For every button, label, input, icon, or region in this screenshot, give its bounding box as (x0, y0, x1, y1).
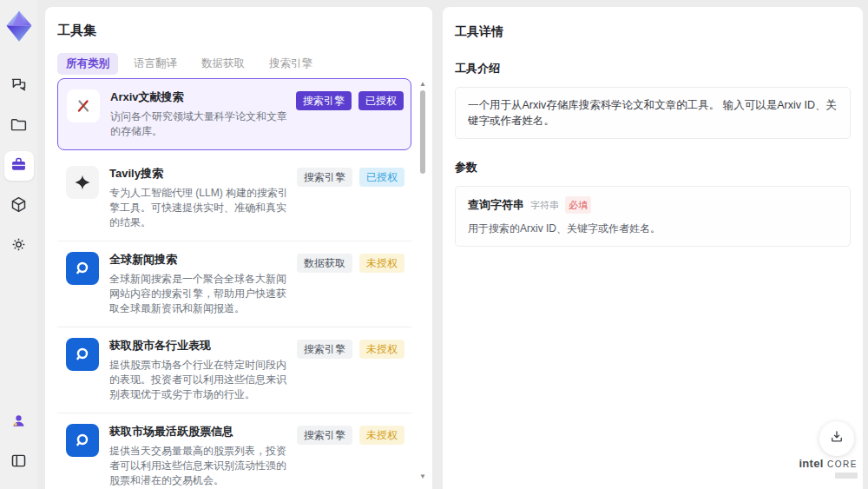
tab-all-categories[interactable]: 所有类别 (57, 53, 118, 75)
news-logo-icon (66, 338, 99, 371)
param-type: 字符串 (530, 197, 559, 213)
download-button[interactable] (819, 421, 854, 456)
param-card: 查询字符串 字符串 必填 用于搜索的Arxiv ID、关键字或作者姓名。 (455, 186, 851, 247)
nav-models-button[interactable] (4, 191, 34, 221)
news-logo-icon (66, 252, 99, 285)
tool-description: 专为人工智能代理 (LLM) 构建的搜索引擎工具。可快速提供实时、准确和真实的结… (109, 186, 288, 230)
avatar-icon (10, 412, 28, 433)
tool-detail-panel: 工具详情 工具介绍 一个用于从Arxiv存储库搜索科学论文和文章的工具。 输入可… (443, 7, 863, 489)
tab-search-engine[interactable]: 搜索引擎 (260, 53, 321, 75)
tab-translation[interactable]: 语言翻译 (125, 53, 186, 75)
cube-icon (10, 195, 28, 217)
param-name: 查询字符串 (468, 197, 524, 213)
nav-tools-button[interactable] (4, 151, 34, 181)
status-badge: 已授权 (359, 168, 404, 187)
scroll-up-icon[interactable]: ▲ (418, 80, 427, 88)
nav-files-button[interactable] (4, 111, 34, 141)
nav-chat-button[interactable] (4, 71, 34, 101)
tool-description: 提供股票市场各个行业在特定时间段内的表现。投资者可以利用这些信息来识别表现优于或… (109, 358, 288, 402)
tool-name: 获取股市各行业表现 (109, 338, 288, 354)
collapse-panel-button[interactable] (4, 447, 34, 477)
tavily-logo-icon (66, 166, 99, 199)
param-required-badge: 必填 (565, 196, 591, 214)
intro-heading: 工具介绍 (443, 40, 863, 76)
status-badge: 未授权 (359, 340, 404, 359)
sidebar (0, 0, 37, 489)
tool-list: Arxiv文献搜索 访问各个研究领域大量科学论文和文章的存储库。 搜索引擎 已授… (57, 78, 411, 489)
page-title: 工具集 (45, 7, 432, 39)
intro-text: 一个用于从Arxiv存储库搜索科学论文和文章的工具。 输入可以是Arxiv ID… (455, 87, 851, 139)
gear-icon (10, 235, 28, 257)
tool-card-sector-performance[interactable]: 获取股市各行业表现 提供股票市场各个行业在特定时间段内的表现。投资者可以利用这些… (57, 327, 411, 413)
tool-name: 获取市场最活跃股票信息 (109, 424, 288, 439)
intel-core-logo: intel CORE (799, 458, 858, 479)
tab-data-fetch[interactable]: 数据获取 (193, 53, 253, 75)
tool-name: 全球新闻搜索 (109, 252, 288, 268)
category-badge: 搜索引擎 (297, 426, 352, 445)
user-avatar[interactable] (4, 407, 34, 437)
tool-card-tavily[interactable]: Tavily搜索 专为人工智能代理 (LLM) 构建的搜索引擎工具。可快速提供实… (57, 155, 411, 241)
detail-title: 工具详情 (443, 7, 863, 40)
tool-name: Arxiv文献搜索 (110, 89, 287, 105)
toolset-panel: 工具集 所有类别 语言翻译 数据获取 搜索引擎 Arxiv文献搜索 访问各个研究… (45, 7, 432, 489)
status-badge: 未授权 (359, 254, 404, 273)
download-icon (829, 429, 845, 448)
category-badge: 搜索引擎 (297, 168, 352, 187)
scrollbar[interactable]: ▲ ▼ (418, 80, 427, 480)
category-tabs: 所有类别 语言翻译 数据获取 搜索引擎 (45, 39, 432, 83)
panel-toggle-icon (10, 452, 28, 473)
news-logo-icon (66, 424, 99, 457)
tool-card-global-news[interactable]: 全球新闻搜索 全球新闻搜索是一个聚合全球各大新闻网站内容的搜索引擎，帮助用户快速… (57, 241, 411, 327)
category-badge: 搜索引擎 (296, 91, 352, 110)
arxiv-logo-icon (67, 89, 100, 122)
category-badge: 搜索引擎 (297, 340, 352, 359)
scroll-down-icon[interactable]: ▼ (418, 472, 427, 480)
status-badge: 未授权 (359, 426, 404, 445)
tool-card-arxiv[interactable]: Arxiv文献搜索 访问各个研究领域大量科学论文和文章的存储库。 搜索引擎 已授… (57, 78, 411, 150)
tool-description: 全球新闻搜索是一个聚合全球各大新闻网站内容的搜索引擎，帮助用户快速获取全球最新资… (109, 272, 288, 316)
app-logo-icon (4, 9, 34, 42)
tool-name: Tavily搜索 (109, 166, 288, 182)
category-badge: 数据获取 (297, 254, 352, 273)
chat-icon (10, 76, 28, 97)
tool-description: 提供当天交易量最高的股票列表，投资者可以利用这些信息来识别流动性强的股票和潜在的… (109, 444, 288, 488)
status-badge: 已授权 (358, 91, 404, 110)
scrollbar-thumb[interactable] (420, 90, 425, 174)
param-description: 用于搜索的Arxiv ID、关键字或作者姓名。 (468, 221, 838, 236)
brand-core-label: CORE (827, 459, 858, 469)
tool-card-active-stocks[interactable]: 获取市场最活跃股票信息 提供当天交易量最高的股票列表，投资者可以利用这些信息来识… (57, 413, 411, 489)
folder-icon (10, 116, 28, 137)
brand-intel-label: intel (799, 457, 823, 470)
tool-description: 访问各个研究领域大量科学论文和文章的存储库。 (110, 109, 287, 139)
nav-settings-button[interactable] (4, 231, 34, 261)
briefcase-icon (10, 155, 28, 177)
brand-ultra-mark (835, 472, 858, 479)
params-heading: 参数 (443, 139, 863, 175)
